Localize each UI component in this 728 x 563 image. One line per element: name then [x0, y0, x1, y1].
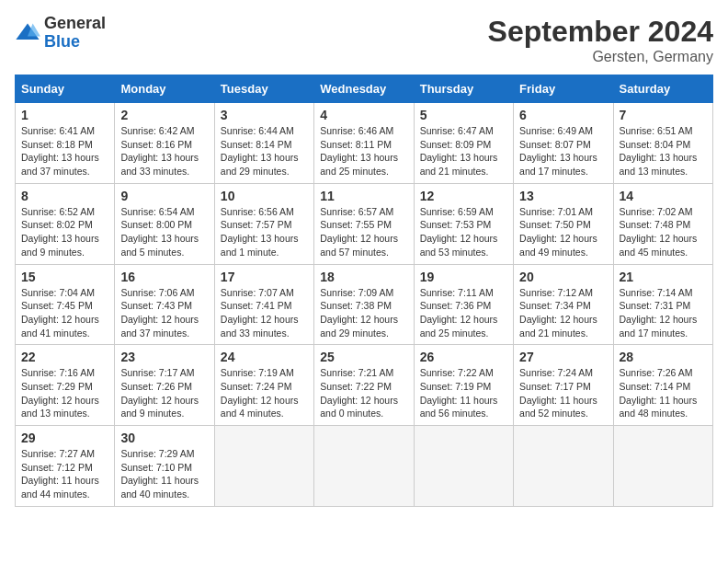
calendar-cell: 26Sunrise: 7:22 AMSunset: 7:19 PMDayligh…: [414, 345, 513, 426]
col-sunday: Sunday: [16, 75, 115, 103]
calendar-cell: 2Sunrise: 6:42 AMSunset: 8:16 PMDaylight…: [115, 103, 214, 184]
day-number: 9: [120, 189, 208, 203]
day-info: Sunrise: 7:02 AMSunset: 7:48 PMDaylight:…: [620, 205, 707, 259]
day-number: 7: [620, 108, 707, 122]
calendar-row: 15Sunrise: 7:04 AMSunset: 7:45 PMDayligh…: [16, 264, 713, 345]
day-info: Sunrise: 7:09 AMSunset: 7:38 PMDaylight:…: [320, 286, 407, 340]
day-number: 2: [120, 108, 208, 122]
subtitle: Gersten, Germany: [488, 49, 713, 65]
day-number: 30: [120, 431, 208, 445]
day-number: 28: [620, 350, 707, 364]
calendar-cell: 9Sunrise: 6:54 AMSunset: 8:00 PMDaylight…: [115, 183, 214, 264]
day-number: 1: [21, 108, 108, 122]
day-info: Sunrise: 7:14 AMSunset: 7:31 PMDaylight:…: [620, 286, 707, 340]
calendar-cell: 25Sunrise: 7:21 AMSunset: 7:22 PMDayligh…: [314, 345, 414, 426]
day-number: 12: [420, 189, 507, 203]
calendar-cell: 23Sunrise: 7:17 AMSunset: 7:26 PMDayligh…: [115, 345, 214, 426]
col-saturday: Saturday: [613, 75, 712, 103]
day-info: Sunrise: 7:12 AMSunset: 7:34 PMDaylight:…: [519, 286, 607, 340]
calendar-cell: 17Sunrise: 7:07 AMSunset: 7:41 PMDayligh…: [214, 264, 313, 345]
day-number: 19: [420, 270, 507, 284]
day-number: 29: [21, 431, 108, 445]
day-number: 14: [620, 189, 707, 203]
day-number: 25: [320, 350, 407, 364]
day-number: 16: [120, 270, 208, 284]
logo: General Blue: [15, 15, 106, 52]
col-thursday: Thursday: [414, 75, 513, 103]
calendar-cell: 11Sunrise: 6:57 AMSunset: 7:55 PMDayligh…: [314, 183, 414, 264]
day-number: 3: [221, 108, 308, 122]
calendar-cell: 27Sunrise: 7:24 AMSunset: 7:17 PMDayligh…: [514, 345, 613, 426]
calendar-cell: 24Sunrise: 7:19 AMSunset: 7:24 PMDayligh…: [214, 345, 313, 426]
logo-icon: [15, 20, 40, 46]
calendar-cell: 20Sunrise: 7:12 AMSunset: 7:34 PMDayligh…: [514, 264, 613, 345]
calendar-row: 22Sunrise: 7:16 AMSunset: 7:29 PMDayligh…: [16, 345, 713, 426]
logo-general-text: General: [44, 15, 106, 33]
calendar-cell: 19Sunrise: 7:11 AMSunset: 7:36 PMDayligh…: [414, 264, 513, 345]
day-info: Sunrise: 6:41 AMSunset: 8:18 PMDaylight:…: [21, 124, 108, 178]
calendar-cell: 16Sunrise: 7:06 AMSunset: 7:43 PMDayligh…: [115, 264, 214, 345]
day-number: 18: [320, 270, 407, 284]
day-info: Sunrise: 6:59 AMSunset: 7:53 PMDaylight:…: [420, 205, 507, 259]
calendar-cell: 4Sunrise: 6:46 AMSunset: 8:11 PMDaylight…: [314, 103, 414, 184]
main-title: September 2024: [488, 15, 713, 49]
calendar-cell: 21Sunrise: 7:14 AMSunset: 7:31 PMDayligh…: [613, 264, 712, 345]
day-info: Sunrise: 7:04 AMSunset: 7:45 PMDaylight:…: [21, 286, 108, 340]
calendar-cell: 13Sunrise: 7:01 AMSunset: 7:50 PMDayligh…: [514, 183, 613, 264]
calendar-cell: 5Sunrise: 6:47 AMSunset: 8:09 PMDaylight…: [414, 103, 513, 184]
calendar-cell: 10Sunrise: 6:56 AMSunset: 7:57 PMDayligh…: [214, 183, 313, 264]
calendar-cell: 1Sunrise: 6:41 AMSunset: 8:18 PMDaylight…: [16, 103, 115, 184]
logo-blue-text: Blue: [44, 33, 106, 52]
day-number: 27: [519, 350, 607, 364]
day-info: Sunrise: 7:01 AMSunset: 7:50 PMDaylight:…: [519, 205, 607, 259]
col-tuesday: Tuesday: [214, 75, 313, 103]
day-info: Sunrise: 7:07 AMSunset: 7:41 PMDaylight:…: [221, 286, 308, 340]
calendar-cell: 22Sunrise: 7:16 AMSunset: 7:29 PMDayligh…: [16, 345, 115, 426]
calendar-cell: [314, 426, 414, 507]
day-number: 13: [519, 189, 607, 203]
day-info: Sunrise: 7:17 AMSunset: 7:26 PMDaylight:…: [120, 366, 208, 420]
calendar-header-row: Sunday Monday Tuesday Wednesday Thursday…: [16, 75, 713, 103]
day-info: Sunrise: 6:42 AMSunset: 8:16 PMDaylight:…: [120, 124, 208, 178]
page-header: General Blue September 2024 Gersten, Ger…: [15, 15, 713, 65]
day-info: Sunrise: 6:57 AMSunset: 7:55 PMDaylight:…: [320, 205, 407, 259]
title-area: September 2024 Gersten, Germany: [488, 15, 713, 65]
day-number: 26: [420, 350, 507, 364]
col-friday: Friday: [514, 75, 613, 103]
calendar-cell: 7Sunrise: 6:51 AMSunset: 8:04 PMDaylight…: [613, 103, 712, 184]
calendar-row: 1Sunrise: 6:41 AMSunset: 8:18 PMDaylight…: [16, 103, 713, 184]
calendar-cell: 8Sunrise: 6:52 AMSunset: 8:02 PMDaylight…: [16, 183, 115, 264]
day-number: 15: [21, 270, 108, 284]
day-info: Sunrise: 6:54 AMSunset: 8:00 PMDaylight:…: [120, 205, 208, 259]
day-info: Sunrise: 7:24 AMSunset: 7:17 PMDaylight:…: [519, 366, 607, 420]
calendar-cell: 15Sunrise: 7:04 AMSunset: 7:45 PMDayligh…: [16, 264, 115, 345]
calendar-cell: 12Sunrise: 6:59 AMSunset: 7:53 PMDayligh…: [414, 183, 513, 264]
calendar-row: 8Sunrise: 6:52 AMSunset: 8:02 PMDaylight…: [16, 183, 713, 264]
calendar-cell: 29Sunrise: 7:27 AMSunset: 7:12 PMDayligh…: [16, 426, 115, 507]
calendar-table: Sunday Monday Tuesday Wednesday Thursday…: [15, 75, 713, 507]
day-number: 4: [320, 108, 407, 122]
day-info: Sunrise: 7:22 AMSunset: 7:19 PMDaylight:…: [420, 366, 507, 420]
calendar-cell: [613, 426, 712, 507]
calendar-cell: [514, 426, 613, 507]
calendar-cell: 3Sunrise: 6:44 AMSunset: 8:14 PMDaylight…: [214, 103, 313, 184]
calendar-cell: 14Sunrise: 7:02 AMSunset: 7:48 PMDayligh…: [613, 183, 712, 264]
day-info: Sunrise: 6:52 AMSunset: 8:02 PMDaylight:…: [21, 205, 108, 259]
day-info: Sunrise: 6:49 AMSunset: 8:07 PMDaylight:…: [519, 124, 607, 178]
day-info: Sunrise: 7:16 AMSunset: 7:29 PMDaylight:…: [21, 366, 108, 420]
day-number: 20: [519, 270, 607, 284]
day-number: 21: [620, 270, 707, 284]
calendar-cell: 18Sunrise: 7:09 AMSunset: 7:38 PMDayligh…: [314, 264, 414, 345]
calendar-cell: 28Sunrise: 7:26 AMSunset: 7:14 PMDayligh…: [613, 345, 712, 426]
day-number: 11: [320, 189, 407, 203]
day-number: 8: [21, 189, 108, 203]
day-number: 24: [221, 350, 308, 364]
day-info: Sunrise: 6:44 AMSunset: 8:14 PMDaylight:…: [221, 124, 308, 178]
day-info: Sunrise: 6:51 AMSunset: 8:04 PMDaylight:…: [620, 124, 707, 178]
day-number: 23: [120, 350, 208, 364]
day-number: 22: [21, 350, 108, 364]
day-info: Sunrise: 7:27 AMSunset: 7:12 PMDaylight:…: [21, 447, 108, 501]
day-number: 6: [519, 108, 607, 122]
day-info: Sunrise: 7:19 AMSunset: 7:24 PMDaylight:…: [221, 366, 308, 420]
col-monday: Monday: [115, 75, 214, 103]
